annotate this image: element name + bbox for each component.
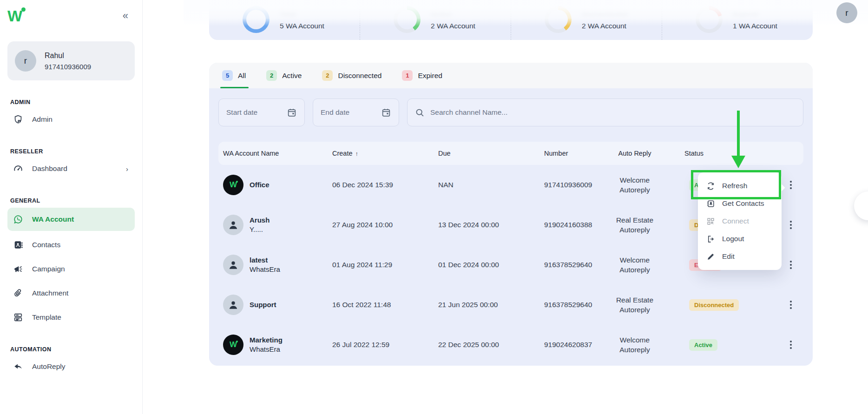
table-row: Support 16 Oct 2022 11:48 21 Jun 2025 00… — [218, 285, 803, 325]
section-label-general: GENERAL — [10, 197, 135, 204]
section-label-reseller: RESELLER — [10, 148, 135, 155]
edge-floating-handle[interactable] — [854, 191, 868, 220]
sidebar-item-campaign[interactable]: Campaign — [7, 259, 135, 279]
tab-disconnected-label: Disconnected — [338, 72, 381, 80]
sidebar-item-label: AutoReply — [32, 362, 66, 371]
tab-expired[interactable]: 1 Expired — [402, 63, 442, 88]
row-menu-button[interactable] — [783, 297, 799, 313]
search-box[interactable] — [407, 99, 803, 126]
pencil-icon — [706, 252, 715, 261]
sidebar-collapse-icon[interactable]: « — [123, 10, 128, 22]
tab-expired-label: Expired — [418, 72, 442, 80]
sidebar-item-label: Template — [32, 313, 61, 322]
row-menu-button[interactable] — [783, 177, 799, 193]
col-create[interactable]: Create↑ — [328, 150, 434, 157]
start-date-picker[interactable] — [218, 99, 305, 126]
contacts-book-icon — [13, 240, 23, 250]
person-avatar — [223, 295, 243, 315]
number: 917410936009 — [539, 181, 600, 189]
whatsapp-icon — [13, 214, 23, 224]
sidebar-item-template[interactable]: Template — [7, 307, 135, 328]
filter-bar — [218, 99, 803, 126]
due-date: 01 Dec 2024 00:00 — [434, 261, 539, 269]
tab-disconnected[interactable]: 2 Disconnected — [322, 63, 381, 88]
create-date: 01 Aug 2024 11:29 — [328, 261, 434, 269]
brand-avatar: W — [223, 335, 243, 355]
auto-reply: Real EstateAutoreply — [600, 295, 670, 315]
sidebar-item-label: Campaign — [32, 265, 65, 273]
menu-item-edit[interactable]: Edit — [698, 248, 782, 265]
header-avatar[interactable]: r — [836, 2, 857, 23]
refresh-icon — [706, 182, 715, 191]
template-stack-icon — [13, 312, 23, 322]
table-header: WA Account Name Create↑ Due Number Auto … — [218, 142, 803, 165]
logo-dot-icon — [21, 7, 26, 12]
menu-item-logout[interactable]: Logout — [698, 230, 782, 248]
row-menu-button[interactable] — [783, 217, 799, 233]
tab-all-label: All — [238, 72, 246, 80]
person-avatar — [223, 255, 243, 275]
status-tabs: 5 All 2 Active 2 Disconnected 1 Expired — [209, 63, 813, 88]
account-name: Marketing — [250, 335, 283, 345]
sidebar-item-contacts[interactable]: Contacts — [7, 235, 135, 255]
reply-arrow-icon — [13, 361, 23, 372]
search-input[interactable] — [430, 108, 796, 117]
row-menu-button[interactable] — [783, 337, 799, 353]
tab-active-label: Active — [282, 72, 302, 80]
status-badge: Disconnected — [689, 299, 739, 311]
col-number: Number — [539, 150, 600, 157]
megaphone-icon — [13, 264, 23, 274]
sidebar-item-autoreply[interactable]: AutoReply — [7, 356, 135, 377]
end-date-input[interactable] — [321, 108, 375, 117]
col-account-name: WA Account Name — [218, 150, 328, 157]
auto-reply: WelcomeAutoreply — [600, 335, 670, 355]
sort-asc-icon[interactable]: ↑ — [355, 150, 359, 157]
end-date-picker[interactable] — [313, 99, 399, 126]
menu-item-refresh[interactable]: Refresh — [698, 177, 782, 195]
row-menu-button[interactable] — [783, 257, 799, 273]
calendar-icon — [381, 107, 391, 118]
due-date: NAN — [434, 181, 539, 189]
account-name: Support — [250, 300, 276, 309]
contact-card-icon — [706, 199, 715, 208]
row-context-menu: Refresh Get Contacts Connect Logout Edit — [698, 172, 782, 270]
number: 919024160388 — [539, 221, 600, 229]
tab-all-count: 5 — [222, 70, 233, 81]
tab-active-count: 2 — [266, 70, 277, 81]
start-date-input[interactable] — [226, 108, 281, 117]
tab-disconnected-count: 2 — [322, 70, 333, 81]
sidebar-item-dashboard[interactable]: Dashboard › — [7, 158, 135, 179]
user-avatar: r — [15, 50, 36, 72]
create-date: 26 Jul 2022 12:59 — [328, 341, 434, 349]
sidebar-item-wa-account[interactable]: WA Account — [7, 208, 135, 231]
sidebar-item-label: Admin — [32, 115, 53, 124]
shield-user-icon — [13, 114, 23, 125]
col-status: Status — [670, 150, 767, 157]
menu-item-connect[interactable]: Connect — [698, 212, 782, 230]
user-card[interactable]: r Rahul 917410936009 — [7, 41, 135, 80]
brand-avatar: W — [223, 175, 243, 195]
app-logo: W — [7, 7, 21, 25]
sidebar-item-attachment[interactable]: Attachment — [7, 283, 135, 303]
account-name: Arush — [250, 216, 270, 225]
sidebar-item-label: Attachment — [32, 289, 68, 297]
create-date: 16 Oct 2022 11:48 — [328, 301, 434, 309]
sidebar-item-label: WA Account — [32, 215, 74, 223]
table-row: W MarketingWhatsEra 26 Jul 2022 12:59 22… — [218, 325, 803, 365]
col-due: Due — [434, 150, 539, 157]
person-avatar — [223, 215, 243, 235]
tab-active[interactable]: 2 Active — [266, 63, 302, 88]
create-date: 06 Dec 2024 15:39 — [328, 181, 434, 189]
tab-all[interactable]: 5 All — [222, 63, 246, 88]
auto-reply: Real EstateAutoreply — [600, 215, 670, 235]
account-name: latest — [250, 256, 280, 265]
menu-item-get-contacts[interactable]: Get Contacts — [698, 195, 782, 212]
due-date: 13 Dec 2024 00:00 — [434, 221, 539, 229]
create-date: 27 Aug 2024 10:00 — [328, 221, 434, 229]
sticky-header-frost — [184, 0, 868, 26]
sidebar-item-admin[interactable]: Admin — [7, 109, 135, 130]
chevron-right-icon: › — [126, 165, 128, 173]
account-name: Office — [250, 180, 270, 190]
sidebar-item-label: Dashboard — [32, 164, 67, 173]
user-phone: 917410936009 — [45, 63, 91, 71]
